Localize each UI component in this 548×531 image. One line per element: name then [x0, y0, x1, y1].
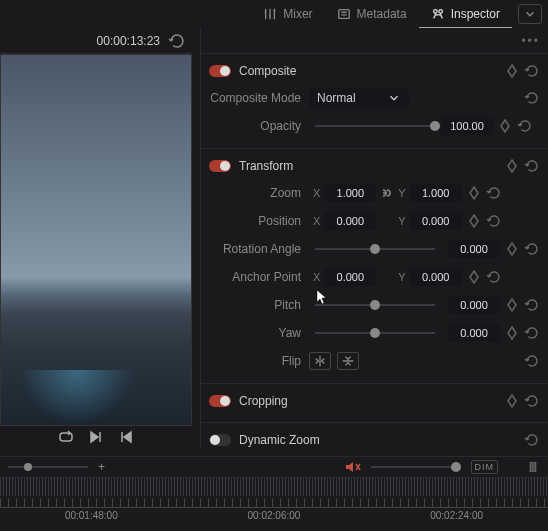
tab-overflow-button[interactable]	[518, 4, 542, 24]
reset-icon[interactable]	[524, 432, 540, 447]
anchor-label: Anchor Point	[209, 270, 309, 284]
yaw-slider[interactable]	[315, 332, 435, 334]
axis-y-label: Y	[394, 187, 409, 199]
more-icon[interactable]: •••	[521, 34, 540, 48]
rotation-slider[interactable]	[315, 248, 435, 250]
composite-mode-dropdown[interactable]: Normal	[309, 88, 409, 108]
pitch-input[interactable]	[448, 296, 500, 314]
anchor-x-input[interactable]	[324, 268, 376, 286]
ruler-label: 00:01:48:00	[65, 510, 118, 521]
axis-y-label: Y	[394, 271, 409, 283]
dropdown-value: Normal	[317, 91, 356, 105]
tab-mixer[interactable]: Mixer	[251, 0, 324, 28]
section-dynamic-zoom: Dynamic Zoom	[201, 423, 548, 447]
section-title: Transform	[239, 159, 293, 173]
keyframe-icon[interactable]	[504, 325, 520, 341]
yaw-input[interactable]	[448, 324, 500, 342]
axis-x-label: X	[309, 215, 324, 227]
svg-point-2	[439, 9, 443, 13]
pitch-label: Pitch	[209, 298, 309, 312]
keyframe-icon[interactable]	[504, 241, 520, 257]
section-transform: Transform Zoom X Y Position X Y Rotat	[201, 149, 548, 384]
zoom-label: Zoom	[209, 186, 309, 200]
tab-label: Mixer	[283, 7, 312, 21]
flip-label: Flip	[209, 354, 309, 368]
keyframe-icon[interactable]	[504, 297, 520, 313]
metadata-icon	[337, 7, 351, 21]
zoom-y-input[interactable]	[410, 184, 462, 202]
position-label: Position	[209, 214, 309, 228]
transport-controls	[0, 424, 192, 450]
timeline-ruler[interactable]: 00:01:48:00 00:02:06:00 00:02:24:00	[0, 498, 548, 528]
keyframe-icon[interactable]	[466, 185, 482, 201]
position-x-input[interactable]	[324, 212, 376, 230]
volume-slider[interactable]	[371, 466, 461, 468]
axis-x-label: X	[309, 187, 324, 199]
keyframe-icon[interactable]	[504, 63, 520, 79]
dynamic-zoom-enable-toggle[interactable]	[209, 434, 231, 446]
reset-icon[interactable]	[486, 213, 502, 229]
chevron-down-icon	[387, 91, 401, 105]
transform-enable-toggle[interactable]	[209, 160, 231, 172]
loop-button[interactable]	[57, 428, 75, 446]
tab-label: Metadata	[357, 7, 407, 21]
reset-icon[interactable]	[524, 158, 540, 174]
bottom-control-row: + DIM	[0, 456, 548, 478]
flip-horizontal-button[interactable]	[309, 352, 331, 370]
reset-icon[interactable]	[486, 269, 502, 285]
viewer-canvas[interactable]	[0, 54, 192, 426]
opacity-input[interactable]	[441, 117, 493, 135]
section-cropping: Cropping	[201, 384, 548, 423]
mute-icon[interactable]	[343, 458, 361, 476]
rotation-input[interactable]	[448, 240, 500, 258]
inspector-panel: ••• Composite Composite Mode Normal Opac…	[200, 28, 548, 447]
timeline-zoom-slider[interactable]	[8, 466, 88, 468]
keyframe-icon[interactable]	[504, 158, 520, 174]
chevron-down-icon	[523, 7, 537, 21]
tab-metadata[interactable]: Metadata	[325, 0, 419, 28]
keyframe-icon[interactable]	[504, 393, 520, 409]
reset-icon[interactable]	[524, 393, 540, 409]
tab-inspector[interactable]: Inspector	[419, 0, 512, 28]
reset-icon[interactable]	[517, 118, 533, 134]
loop-icon[interactable]	[168, 32, 186, 50]
reset-icon[interactable]	[524, 90, 540, 106]
anchor-y-input[interactable]	[410, 268, 462, 286]
flip-vertical-button[interactable]	[337, 352, 359, 370]
reset-icon[interactable]	[524, 241, 540, 257]
reset-icon[interactable]	[524, 325, 540, 341]
section-composite: Composite Composite Mode Normal Opacity	[201, 54, 548, 149]
mixer-icon	[263, 7, 277, 21]
axis-x-label: X	[309, 271, 324, 283]
inspector-header: •••	[201, 28, 548, 54]
zoom-in-icon[interactable]: +	[98, 460, 105, 474]
pitch-slider[interactable]	[315, 304, 435, 306]
zoom-x-input[interactable]	[324, 184, 376, 202]
position-y-input[interactable]	[410, 212, 462, 230]
reset-icon[interactable]	[524, 63, 540, 79]
timeline-strip[interactable]	[0, 478, 548, 496]
link-icon[interactable]	[378, 186, 392, 200]
section-title: Dynamic Zoom	[239, 433, 320, 447]
top-tab-bar: Mixer Metadata Inspector	[251, 0, 548, 28]
composite-mode-label: Composite Mode	[209, 91, 309, 105]
opacity-slider[interactable]	[315, 125, 435, 127]
section-title: Composite	[239, 64, 296, 78]
cropping-enable-toggle[interactable]	[209, 395, 231, 407]
reset-icon[interactable]	[524, 297, 540, 313]
reset-icon[interactable]	[524, 353, 540, 369]
keyframe-icon[interactable]	[466, 269, 482, 285]
yaw-label: Yaw	[209, 326, 309, 340]
meter-icon[interactable]	[526, 460, 540, 474]
keyframe-icon[interactable]	[497, 118, 513, 134]
viewer-timecode[interactable]: 00:00:13:23	[97, 34, 160, 48]
prev-frame-button[interactable]	[117, 428, 135, 446]
svg-rect-0	[338, 10, 349, 19]
reset-icon[interactable]	[486, 185, 502, 201]
dim-button[interactable]: DIM	[471, 460, 499, 474]
composite-enable-toggle[interactable]	[209, 65, 231, 77]
opacity-label: Opacity	[209, 119, 309, 133]
keyframe-icon[interactable]	[466, 213, 482, 229]
next-frame-button[interactable]	[87, 428, 105, 446]
viewer-panel: 00:00:13:23	[0, 28, 192, 426]
